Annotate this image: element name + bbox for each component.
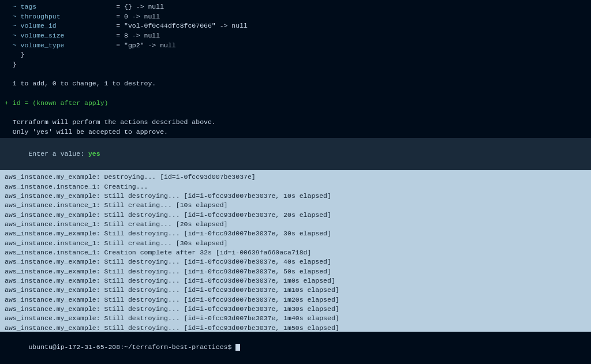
output-line: Terraform will perform the actions descr… <box>5 118 586 127</box>
prompt-text: ubuntu@ip-172-31-65-208:~/terraform-best… <box>28 343 231 351</box>
enter-value-input[interactable]: yes <box>88 150 100 157</box>
output-line: ~ throughput = 0 -> null <box>5 12 586 22</box>
output-line <box>5 108 586 118</box>
output-line: aws_instance.my_example: Still destroyin… <box>5 211 586 220</box>
output-line <box>5 70 586 80</box>
cmd-prompt-line[interactable]: ubuntu@ip-172-31-65-208:~/terraform-best… <box>5 333 586 362</box>
terminal-window: ~ tags = {} -> null ~ throughput = 0 -> … <box>0 0 591 364</box>
output-line: aws_instance.instance_1: Still creating.… <box>5 220 586 229</box>
output-line: aws_instance.my_example: Still destroyin… <box>5 314 586 323</box>
output-line: aws_instance.my_example: Still destroyin… <box>5 267 586 276</box>
output-line <box>5 89 586 99</box>
output-line: aws_instance.my_example: Still destroyin… <box>5 295 586 305</box>
enter-value-prompt: Enter a value: yes <box>0 138 591 170</box>
enter-value-line: Enter a value: yes <box>5 140 586 168</box>
output-line: } <box>5 60 586 70</box>
output-line: aws_instance.my_example: Still destroyin… <box>5 305 586 314</box>
output-line: aws_instance.my_example: Still destroyin… <box>5 229 586 238</box>
output-line: aws_instance.my_example: Still destroyin… <box>5 286 586 295</box>
output-line: aws_instance.instance_1: Still creating.… <box>5 239 586 248</box>
output-line: 1 to add, 0 to change, 1 to destroy. <box>5 79 586 89</box>
output-line: aws_instance.instance_1: Still creating.… <box>5 201 586 210</box>
output-line: + id = (known after apply) <box>5 99 586 108</box>
enter-value-label: Enter a value: <box>28 150 88 157</box>
output-line: Only 'yes' will be accepted to approve. <box>5 127 586 137</box>
output-line: ~ volume_id = "vol-0f0c44dfc8fc07066" ->… <box>5 21 586 31</box>
output-line: ~ volume_type = "gp2" -> null <box>5 41 586 51</box>
top-output-section: ~ tags = {} -> null ~ throughput = 0 -> … <box>0 0 591 138</box>
output-line: aws_instance.my_example: Still destroyin… <box>5 257 586 267</box>
command-prompt-section: ubuntu@ip-172-31-65-208:~/terraform-best… <box>0 332 591 364</box>
prompt-cursor <box>231 343 235 351</box>
output-line: aws_instance.my_example: Still destroyin… <box>5 276 586 286</box>
output-line: aws_instance.my_example: Still destroyin… <box>5 192 586 201</box>
terraform-output-section: aws_instance.my_example: Destroying... [… <box>0 170 591 332</box>
output-line: aws_instance.my_example: Still destroyin… <box>5 324 586 332</box>
output-line: ~ tags = {} -> null <box>5 2 586 12</box>
output-line: } <box>5 50 586 60</box>
cursor-block <box>235 344 240 351</box>
output-line: aws_instance.my_example: Destroying... [… <box>5 172 586 182</box>
output-line: ~ volume_size = 8 -> null <box>5 31 586 41</box>
output-line: aws_instance.instance_1: Creation comple… <box>5 248 586 257</box>
output-line: aws_instance.instance_1: Creating... <box>5 182 586 192</box>
